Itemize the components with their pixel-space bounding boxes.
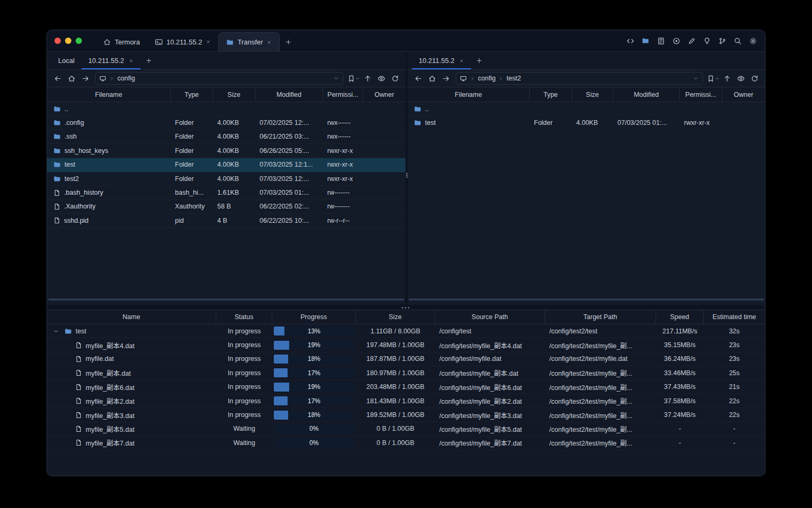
- chevron-down-icon[interactable]: [333, 75, 339, 81]
- close-icon[interactable]: [206, 39, 211, 44]
- horizontal-scrollbar[interactable]: [409, 298, 764, 301]
- transfer-row[interactable]: myfile.datIn progress18%187.87MB / 1.00G…: [47, 352, 765, 366]
- refresh-button[interactable]: [748, 72, 761, 85]
- bookmark-button[interactable]: [347, 72, 360, 85]
- search-icon[interactable]: [732, 35, 743, 47]
- app-tab-termora[interactable]: Termora: [96, 32, 147, 51]
- close-icon[interactable]: [459, 58, 464, 64]
- file-row[interactable]: .configFolder4.00KB07/02/2025 12:...rwx-…: [47, 116, 405, 130]
- column-header[interactable]: Size: [213, 87, 255, 102]
- file-name: ..: [425, 105, 429, 113]
- edit-icon[interactable]: [686, 35, 697, 47]
- show-hidden-button[interactable]: [734, 72, 747, 85]
- horizontal-scrollbar[interactable]: [48, 298, 404, 301]
- upload-button[interactable]: [721, 72, 733, 85]
- panel-splitter[interactable]: •••: [405, 52, 408, 305]
- path-segment[interactable]: config: [478, 75, 495, 82]
- chevron-right-icon: [109, 76, 115, 81]
- file-row[interactable]: .bash_historybash_hi...1.61KB07/03/2025 …: [47, 186, 405, 199]
- folder-icon[interactable]: [640, 35, 651, 47]
- column-header[interactable]: Filename: [408, 87, 530, 102]
- column-header[interactable]: Modified: [613, 87, 680, 102]
- transfer-column-header[interactable]: Source Path: [435, 310, 545, 324]
- code-icon[interactable]: [624, 35, 636, 47]
- computer-icon: [99, 75, 106, 82]
- zoom-window-button[interactable]: [76, 38, 82, 44]
- path-field[interactable]: configtest2: [456, 72, 703, 85]
- column-header[interactable]: Type: [171, 87, 213, 102]
- file-row[interactable]: .sshFolder4.00KB06/21/2025 03:...rwx----…: [47, 130, 405, 144]
- column-header[interactable]: Type: [530, 87, 572, 102]
- upload-button[interactable]: [361, 72, 374, 85]
- transfer-source-path: /config/test/myfile_副本5.dat: [435, 424, 545, 434]
- column-header[interactable]: Permissi...: [680, 87, 722, 102]
- transfer-column-header[interactable]: Estimated time: [704, 310, 765, 324]
- column-header[interactable]: Modified: [255, 87, 323, 102]
- transfer-column-header[interactable]: Target Path: [545, 310, 656, 324]
- transfer-column-header[interactable]: Speed: [656, 310, 704, 324]
- panel-tab[interactable]: 10.211.55.2: [81, 52, 141, 69]
- home-button[interactable]: [426, 72, 438, 85]
- column-header[interactable]: Filename: [47, 87, 171, 102]
- close-window-button[interactable]: [54, 38, 61, 44]
- file-row[interactable]: ..: [408, 102, 765, 116]
- bulb-icon[interactable]: [701, 35, 713, 47]
- progress-bar: 18%: [274, 411, 354, 420]
- transfer-column-header[interactable]: Name: [47, 310, 216, 324]
- transfer-column-header[interactable]: Size: [356, 310, 435, 324]
- file-row[interactable]: sshd.pidpid4 B06/22/2025 10:...rw-r--r--: [47, 214, 405, 228]
- bookmark-button[interactable]: [707, 72, 719, 85]
- home-button[interactable]: [65, 72, 78, 85]
- close-icon[interactable]: [128, 58, 134, 64]
- show-hidden-button[interactable]: [375, 72, 387, 85]
- transfer-column-header[interactable]: Status: [216, 310, 272, 324]
- transfer-row[interactable]: myfile_副本5.datWaiting0%0 B / 1.00GB/conf…: [47, 422, 765, 436]
- forward-button[interactable]: [439, 72, 452, 85]
- file-row[interactable]: testFolder4.00KB07/03/2025 12:1...rwxr-x…: [47, 158, 405, 172]
- file-row[interactable]: ..: [47, 102, 405, 116]
- record-icon[interactable]: [670, 35, 682, 47]
- chevron-down-icon[interactable]: [51, 328, 61, 334]
- transfer-row[interactable]: myfile_副本2.datIn progress17%181.43MB / 1…: [47, 394, 765, 408]
- transfer-row[interactable]: myfile_副本4.datIn progress19%197.48MB / 1…: [47, 338, 765, 352]
- column-header[interactable]: Permissi...: [323, 87, 363, 102]
- panel-tab[interactable]: Local: [51, 52, 81, 69]
- close-icon[interactable]: [266, 40, 272, 45]
- termora-window: Termora10.211.55.2Transfer Local10.211.5…: [47, 30, 765, 476]
- app-tab-10-211-55-2[interactable]: 10.211.55.2: [147, 32, 219, 51]
- file-permissions: rwxr-xr-x: [323, 161, 363, 168]
- app-tab-transfer[interactable]: Transfer: [218, 32, 280, 51]
- refresh-button[interactable]: [389, 72, 401, 85]
- transfer-row[interactable]: myfile_副本3.datIn progress18%189.52MB / 1…: [47, 408, 765, 422]
- path-field[interactable]: config: [95, 72, 344, 85]
- file-row[interactable]: ssh_host_keysFolder4.00KB06/26/2025 05:.…: [47, 144, 405, 158]
- settings-icon[interactable]: [747, 35, 759, 47]
- column-header[interactable]: Size: [572, 87, 613, 102]
- add-panel-tab-button[interactable]: [471, 52, 488, 69]
- column-header[interactable]: Owner: [363, 87, 405, 102]
- forward-button[interactable]: [79, 72, 91, 85]
- transfer-row[interactable]: testIn progress13%1.11GB / 8.00GB/config…: [47, 324, 765, 338]
- path-segment[interactable]: config: [117, 75, 135, 82]
- branch-icon[interactable]: [716, 35, 728, 47]
- back-button[interactable]: [51, 72, 64, 85]
- transfer-column-header[interactable]: Progress: [272, 310, 356, 324]
- transfer-row[interactable]: myfile_副本7.datWaiting0%0 B / 1.00GB/conf…: [47, 436, 765, 450]
- file-row[interactable]: test2Folder4.00KB07/03/2025 12:...rwxr-x…: [47, 172, 405, 186]
- add-panel-tab-button[interactable]: [141, 52, 158, 69]
- back-button[interactable]: [412, 72, 425, 85]
- file-row[interactable]: .XauthorityXauthority58 B06/22/2025 02:.…: [47, 200, 405, 214]
- file-row[interactable]: testFolder4.00KB07/03/2025 01:...rwxr-xr…: [408, 116, 765, 130]
- minimize-window-button[interactable]: [65, 38, 71, 44]
- column-header[interactable]: Owner: [722, 87, 765, 102]
- new-tab-button[interactable]: [280, 32, 297, 51]
- transfer-row[interactable]: myfile_副本6.datIn progress19%203.48MB / 1…: [47, 380, 765, 394]
- panel-tab[interactable]: 10.211.55.2: [412, 52, 471, 69]
- transfer-splitter[interactable]: •••: [47, 305, 765, 310]
- transfer-row[interactable]: myfile_副本.datIn progress17%180.97MB / 1.…: [47, 366, 765, 380]
- path-segment[interactable]: test2: [506, 75, 521, 82]
- file-type: Folder: [171, 119, 213, 126]
- chevron-down-icon[interactable]: [693, 75, 699, 81]
- file-table-header: FilenameTypeSizeModifiedPermissi...Owner: [408, 87, 765, 102]
- log-icon[interactable]: [655, 35, 667, 47]
